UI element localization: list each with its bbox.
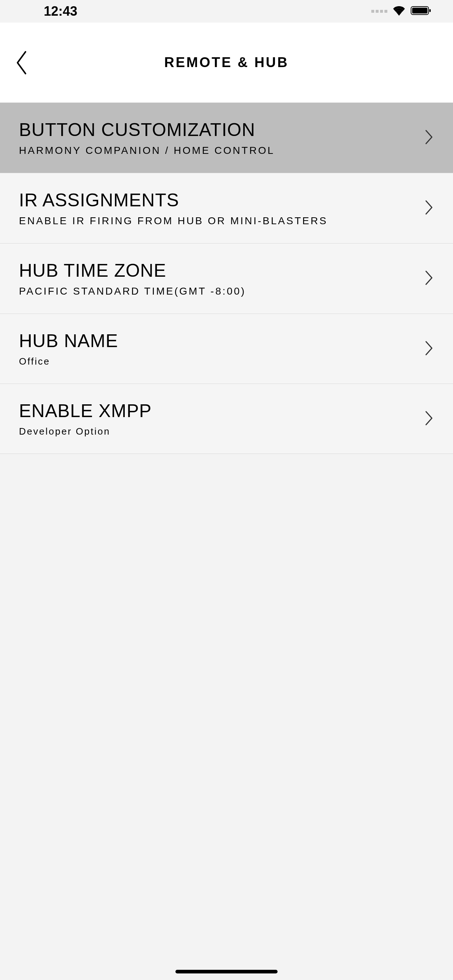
list-item-subtitle: Developer Option bbox=[19, 426, 152, 437]
status-time: 12:43 bbox=[44, 4, 77, 19]
status-icons bbox=[371, 5, 431, 17]
home-indicator[interactable] bbox=[175, 970, 278, 974]
list-item-content: ENABLE XMPP Developer Option bbox=[19, 400, 152, 437]
status-bar: 12:43 bbox=[0, 0, 453, 22]
chevron-right-icon bbox=[424, 340, 434, 358]
chevron-right-icon bbox=[424, 410, 434, 428]
list-item-content: HUB NAME Office bbox=[19, 330, 118, 367]
list-item-subtitle: ENABLE IR FIRING FROM HUB OR MINI-BLASTE… bbox=[19, 215, 327, 227]
list-item-title: BUTTON CUSTOMIZATION bbox=[19, 119, 274, 140]
back-button[interactable] bbox=[10, 46, 32, 79]
chevron-right-icon bbox=[424, 270, 434, 287]
svg-rect-2 bbox=[429, 9, 431, 12]
list-item-title: HUB NAME bbox=[19, 330, 118, 352]
list-item-content: HUB TIME ZONE PACIFIC STANDARD TIME(GMT … bbox=[19, 260, 246, 297]
list-item-enable-xmpp[interactable]: ENABLE XMPP Developer Option bbox=[0, 384, 453, 454]
svg-rect-1 bbox=[412, 8, 427, 13]
list-item-subtitle: HARMONY COMPANION / HOME CONTROL bbox=[19, 145, 274, 156]
page-title: REMOTE & HUB bbox=[0, 55, 453, 70]
list-item-button-customization[interactable]: BUTTON CUSTOMIZATION HARMONY COMPANION /… bbox=[0, 103, 453, 173]
cellular-signal-icon bbox=[371, 10, 388, 13]
settings-list: BUTTON CUSTOMIZATION HARMONY COMPANION /… bbox=[0, 103, 453, 454]
list-item-title: ENABLE XMPP bbox=[19, 400, 152, 422]
wifi-icon bbox=[392, 5, 405, 17]
list-item-content: BUTTON CUSTOMIZATION HARMONY COMPANION /… bbox=[19, 119, 274, 156]
list-item-subtitle: PACIFIC STANDARD TIME(GMT -8:00) bbox=[19, 285, 246, 297]
list-item-title: HUB TIME ZONE bbox=[19, 260, 246, 281]
chevron-right-icon bbox=[424, 199, 434, 217]
list-item-subtitle: Office bbox=[19, 356, 118, 367]
nav-header: REMOTE & HUB bbox=[0, 22, 453, 103]
list-item-hub-time-zone[interactable]: HUB TIME ZONE PACIFIC STANDARD TIME(GMT … bbox=[0, 243, 453, 314]
list-item-content: IR ASSIGNMENTS ENABLE IR FIRING FROM HUB… bbox=[19, 189, 327, 227]
chevron-right-icon bbox=[424, 129, 434, 146]
list-item-ir-assignments[interactable]: IR ASSIGNMENTS ENABLE IR FIRING FROM HUB… bbox=[0, 173, 453, 243]
list-item-hub-name[interactable]: HUB NAME Office bbox=[0, 314, 453, 384]
chevron-left-icon bbox=[14, 50, 28, 75]
list-item-title: IR ASSIGNMENTS bbox=[19, 189, 327, 211]
battery-icon bbox=[411, 5, 431, 17]
